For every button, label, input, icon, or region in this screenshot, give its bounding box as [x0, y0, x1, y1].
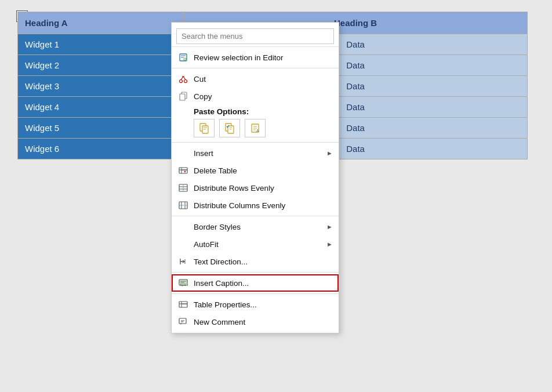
new-comment-label: New Comment [194, 318, 245, 326]
cell-a3: Widget 3 [18, 76, 184, 97]
border-styles-label: Border Styles [194, 223, 241, 231]
cut-icon [177, 73, 189, 85]
paste-btn-1[interactable] [194, 119, 215, 137]
cell-a6: Widget 6 [18, 139, 184, 159]
svg-text:Figure 1: Figure 1 [180, 284, 188, 286]
menu-item-cut[interactable]: Cut [172, 70, 339, 88]
table-properties-icon [177, 299, 189, 310]
text-direction-label: Text Direction... [194, 257, 248, 266]
review-label: Review selection in Editor [194, 53, 284, 62]
cell-a4: Widget 4 [18, 97, 184, 118]
distribute-rows-label: Distribute Rows Evenly [194, 184, 274, 193]
cut-label: Cut [194, 75, 206, 84]
distribute-rows-icon [177, 182, 189, 194]
menu-item-review[interactable]: Review selection in Editor [172, 49, 339, 66]
divider-1 [172, 46, 339, 47]
copy-icon [177, 90, 189, 102]
svg-rect-5 [180, 94, 185, 100]
review-icon [177, 52, 189, 63]
search-input[interactable] [176, 28, 334, 44]
menu-item-distribute-rows[interactable]: Distribute Rows Evenly [172, 179, 339, 197]
table-properties-label: Table Properties... [194, 300, 257, 309]
menu-item-border-styles[interactable]: Border Styles ► [172, 218, 339, 235]
divider-6 [172, 293, 339, 294]
copy-label: Copy [194, 92, 212, 101]
paste-btn-3[interactable]: A [245, 119, 266, 137]
menu-item-insert[interactable]: Insert ► [172, 144, 339, 162]
delete-table-icon [177, 165, 189, 176]
svg-rect-18 [179, 302, 187, 307]
menu-item-distribute-cols[interactable]: Distribute Columns Evenly [172, 197, 339, 214]
autofit-label: AutoFit [194, 240, 219, 249]
cell-a1: Widget 1 [18, 34, 184, 55]
distribute-cols-icon [177, 199, 189, 211]
menu-item-delete-table[interactable]: Delete Table [172, 162, 339, 179]
divider-2 [172, 68, 339, 68]
insert-label: Insert [194, 149, 213, 158]
delete-table-label: Delete Table [194, 166, 237, 175]
border-styles-icon [177, 221, 189, 233]
insert-icon [177, 147, 189, 159]
menu-item-new-comment[interactable]: New Comment [172, 313, 339, 331]
paste-options-label: Paste Options: [172, 105, 339, 117]
text-direction-icon [177, 256, 189, 267]
menu-item-text-direction[interactable]: Text Direction... [172, 253, 339, 270]
insert-caption-icon: Figure 1 [177, 277, 189, 289]
menu-item-insert-caption[interactable]: Figure 1 Insert Caption... [172, 274, 339, 292]
insert-caption-label: Insert Caption... [194, 279, 249, 288]
svg-point-2 [180, 80, 183, 83]
document-background: Heading A Heading B Widget 1 Data Widget… [0, 0, 552, 392]
svg-text:A: A [256, 129, 259, 133]
search-box-container [176, 28, 334, 44]
menu-item-autofit[interactable]: AutoFit ► [172, 235, 339, 253]
distribute-cols-label: Distribute Columns Evenly [194, 201, 285, 210]
menu-item-copy[interactable]: Copy [172, 88, 339, 105]
divider-5 [172, 272, 339, 273]
divider-3 [172, 142, 339, 143]
autofit-icon [177, 238, 189, 250]
menu-item-table-properties[interactable]: Table Properties... [172, 296, 339, 313]
heading-a: Heading A [18, 12, 184, 34]
new-comment-icon [177, 316, 189, 328]
paste-options-row: A [172, 117, 339, 140]
context-menu: Review selection in Editor Cut [171, 22, 339, 333]
svg-point-1 [184, 58, 186, 60]
cell-a2: Widget 2 [18, 55, 184, 76]
svg-point-3 [184, 80, 187, 83]
divider-4 [172, 216, 339, 216]
cell-a5: Widget 5 [18, 118, 184, 139]
paste-btn-2[interactable] [219, 119, 240, 137]
border-arrow: ► [326, 223, 333, 230]
insert-arrow: ► [326, 150, 333, 157]
svg-rect-12 [179, 168, 187, 173]
autofit-arrow: ► [326, 241, 333, 248]
